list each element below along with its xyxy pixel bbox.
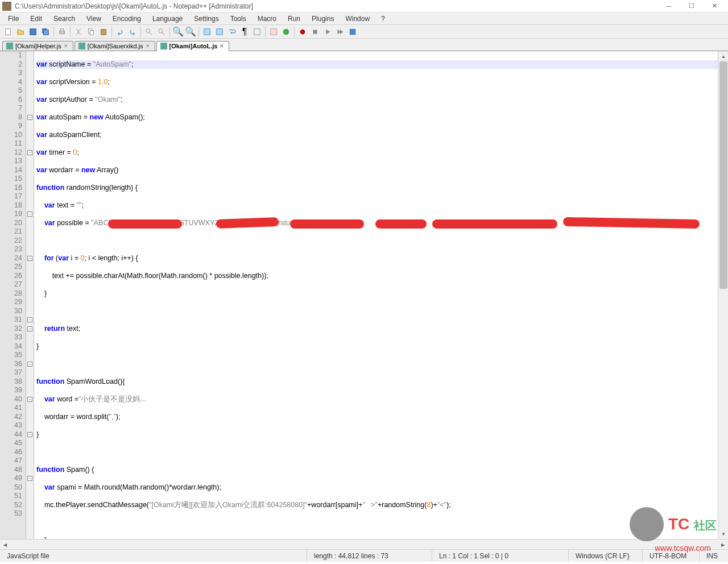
menu-encoding[interactable]: Encoding bbox=[107, 14, 147, 24]
menu-file[interactable]: File bbox=[2, 14, 24, 24]
replace-icon[interactable] bbox=[156, 26, 167, 38]
find-icon[interactable] bbox=[143, 26, 155, 38]
save-all-icon[interactable] bbox=[40, 26, 51, 38]
save-macro-icon[interactable] bbox=[347, 26, 358, 38]
watermark-url: www.tcsqw.com bbox=[655, 544, 711, 553]
tab-close-icon[interactable]: ✕ bbox=[64, 43, 69, 49]
menu-run[interactable]: Run bbox=[282, 14, 306, 24]
new-file-icon[interactable] bbox=[2, 26, 14, 38]
tab-helper[interactable]: [Okami]Helper.js ✕ bbox=[2, 41, 73, 51]
scroll-right-icon[interactable]: ▶ bbox=[718, 540, 728, 550]
close-button[interactable]: ✕ bbox=[703, 1, 726, 12]
svg-rect-7 bbox=[90, 30, 93, 35]
print-icon[interactable] bbox=[56, 26, 68, 38]
zoom-out-icon[interactable]: 🔍 bbox=[185, 26, 196, 38]
svg-rect-4 bbox=[60, 31, 65, 34]
status-filetype: JavaScript file bbox=[0, 550, 307, 562]
redaction-mark bbox=[108, 219, 182, 229]
menu-edit[interactable]: Edit bbox=[24, 14, 48, 24]
svg-point-16 bbox=[300, 29, 305, 34]
line-gutter: 1234567891011121314151617181920212223242… bbox=[0, 51, 26, 539]
tab-label: [Okami]Sauerxikd.js bbox=[88, 43, 143, 49]
save-icon[interactable] bbox=[27, 26, 39, 38]
svg-rect-5 bbox=[60, 28, 63, 31]
svg-rect-14 bbox=[271, 28, 277, 35]
svg-rect-17 bbox=[313, 30, 317, 34]
status-eol[interactable]: Windows (CR LF) bbox=[569, 550, 643, 562]
sync-h-icon[interactable] bbox=[214, 26, 225, 38]
status-position: Ln : 1 Col : 1 Sel : 0 | 0 bbox=[432, 550, 569, 562]
redaction-mark bbox=[432, 219, 557, 229]
redo-icon[interactable] bbox=[127, 26, 138, 38]
scroll-down-icon[interactable]: ▼ bbox=[718, 529, 728, 539]
editor[interactable]: 1234567891011121314151617181920212223242… bbox=[0, 51, 728, 539]
fold-column[interactable]: −−−−−−−−−− bbox=[26, 51, 34, 539]
copy-icon[interactable] bbox=[85, 26, 97, 38]
app-icon bbox=[2, 2, 11, 11]
svg-rect-13 bbox=[254, 28, 260, 35]
menu-macro[interactable]: Macro bbox=[252, 14, 282, 24]
vertical-scrollbar[interactable]: ▲ ▼ bbox=[718, 51, 728, 539]
menu-tools[interactable]: Tools bbox=[225, 14, 252, 24]
svg-rect-0 bbox=[6, 28, 11, 35]
statusbar: JavaScript file length : 44,812 lines : … bbox=[0, 549, 728, 562]
svg-rect-1 bbox=[30, 28, 36, 35]
menu-search[interactable]: Search bbox=[48, 14, 81, 24]
svg-point-10 bbox=[159, 28, 163, 32]
record-icon[interactable] bbox=[297, 26, 308, 38]
tabbar: [Okami]Helper.js ✕ [Okami]Sauerxikd.js ✕… bbox=[0, 39, 728, 51]
paste-icon[interactable] bbox=[98, 26, 109, 38]
svg-point-15 bbox=[283, 28, 289, 35]
file-icon bbox=[78, 43, 85, 49]
scroll-left-icon[interactable]: ◀ bbox=[0, 540, 10, 550]
svg-rect-8 bbox=[101, 29, 106, 35]
open-file-icon[interactable] bbox=[15, 26, 26, 38]
indent-guide-icon[interactable] bbox=[251, 26, 263, 38]
tab-close-icon[interactable]: ✕ bbox=[220, 43, 225, 49]
menu-view[interactable]: View bbox=[81, 14, 107, 24]
menu-window[interactable]: Window bbox=[340, 14, 375, 24]
play-multi-icon[interactable] bbox=[334, 26, 346, 38]
wrap-icon[interactable] bbox=[226, 26, 238, 38]
status-length: length : 44,812 lines : 73 bbox=[307, 550, 432, 562]
tab-autol[interactable]: [Okami]AutoL.js ✕ bbox=[156, 41, 230, 51]
toolbar: 🔍 🔍 ¶ bbox=[0, 25, 728, 39]
menu-settings[interactable]: Settings bbox=[188, 14, 224, 24]
zoom-in-icon[interactable]: 🔍 bbox=[172, 26, 184, 38]
tab-label: [Okami]Helper.js bbox=[15, 43, 61, 49]
tab-label: [Okami]AutoL.js bbox=[169, 43, 218, 49]
redaction-mark bbox=[290, 219, 364, 229]
scroll-thumb[interactable] bbox=[719, 61, 727, 289]
code-area[interactable]: var scriptName = "AutoSpam"; var scriptV… bbox=[34, 51, 718, 539]
menu-plugins[interactable]: Plugins bbox=[306, 14, 340, 24]
hidden-chars-icon[interactable]: ¶ bbox=[239, 26, 250, 38]
scroll-up-icon[interactable]: ▲ bbox=[718, 51, 728, 61]
menubar: File Edit Search View Encoding Language … bbox=[0, 13, 728, 25]
horizontal-scrollbar[interactable]: ◀ ▶ bbox=[0, 539, 728, 549]
file-icon bbox=[6, 43, 13, 49]
maximize-button[interactable]: ☐ bbox=[680, 1, 703, 12]
menu-help[interactable]: ? bbox=[375, 14, 391, 24]
svg-point-9 bbox=[146, 28, 150, 32]
watermark-logo-icon bbox=[630, 507, 664, 541]
undo-icon[interactable] bbox=[114, 26, 126, 38]
svg-rect-18 bbox=[350, 28, 356, 35]
redaction-mark bbox=[375, 219, 427, 229]
svg-rect-3 bbox=[44, 30, 49, 35]
minimize-button[interactable]: ─ bbox=[657, 1, 680, 12]
sync-v-icon[interactable] bbox=[201, 26, 213, 38]
play-icon[interactable] bbox=[322, 26, 333, 38]
titlebar: C:\Users\Administrator\Desktop\js\[Okami… bbox=[0, 0, 728, 13]
svg-rect-12 bbox=[217, 28, 223, 35]
lang-icon[interactable] bbox=[268, 26, 279, 38]
tab-close-icon[interactable]: ✕ bbox=[146, 43, 151, 49]
cut-icon[interactable] bbox=[73, 26, 84, 38]
menu-language[interactable]: Language bbox=[147, 14, 188, 24]
redaction-mark bbox=[563, 217, 700, 229]
svg-rect-11 bbox=[204, 28, 210, 35]
file-icon bbox=[160, 43, 167, 49]
tab-sauerxikd[interactable]: [Okami]Sauerxikd.js ✕ bbox=[75, 41, 155, 51]
watermark: TC 社区 bbox=[630, 507, 717, 541]
stop-icon[interactable] bbox=[309, 26, 321, 38]
doc-map-icon[interactable] bbox=[280, 26, 292, 38]
